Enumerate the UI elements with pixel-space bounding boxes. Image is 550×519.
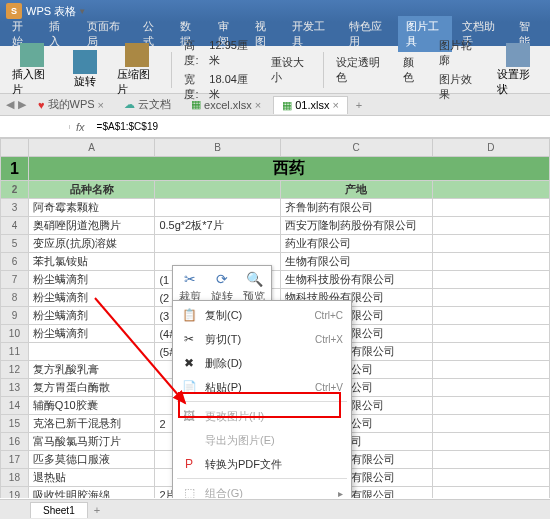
- ctx-to-pdf[interactable]: P转换为PDF文件: [173, 452, 351, 476]
- row-header[interactable]: 5: [1, 235, 29, 253]
- cell[interactable]: [432, 361, 549, 379]
- crop-button[interactable]: ✂裁剪: [179, 270, 201, 304]
- col-header[interactable]: B: [155, 139, 280, 157]
- cell[interactable]: 粉尘螨滴剂: [28, 271, 155, 289]
- cell[interactable]: 退热贴: [28, 469, 155, 487]
- row-header[interactable]: 7: [1, 271, 29, 289]
- add-tab-icon[interactable]: +: [356, 99, 362, 111]
- set-transparent-button[interactable]: 设定透明色: [332, 54, 391, 86]
- cell[interactable]: [432, 199, 549, 217]
- pic-border-button[interactable]: 图片轮廓: [435, 37, 483, 69]
- cell[interactable]: [432, 271, 549, 289]
- cell[interactable]: 生物有限公司: [280, 253, 432, 271]
- rotate-tool-button[interactable]: ⟳旋转: [211, 270, 233, 304]
- cell[interactable]: 阿奇霉素颗粒: [28, 199, 155, 217]
- cell[interactable]: [432, 253, 549, 271]
- row-header[interactable]: 8: [1, 289, 29, 307]
- cell[interactable]: 富马酸氯马斯汀片: [28, 433, 155, 451]
- color-button[interactable]: 颜色: [399, 54, 427, 86]
- menu-dev[interactable]: 开发工具: [284, 16, 339, 52]
- cell[interactable]: 药业有限公司: [280, 235, 432, 253]
- ctx-cut[interactable]: ✂剪切(T)Ctrl+X: [173, 327, 351, 351]
- nav-back-icon[interactable]: ◀: [6, 98, 14, 111]
- col-header[interactable]: C: [280, 139, 432, 157]
- cell[interactable]: 苯扎氯铵贴: [28, 253, 155, 271]
- cell[interactable]: 变应原(抗原)溶媒: [28, 235, 155, 253]
- cell[interactable]: 品种名称: [28, 181, 155, 199]
- cell[interactable]: 0.5g*2板*7片: [155, 217, 280, 235]
- insert-pic-button[interactable]: 插入图片: [6, 41, 59, 99]
- cell[interactable]: [432, 469, 549, 487]
- cell[interactable]: [432, 181, 549, 199]
- cell[interactable]: [432, 325, 549, 343]
- cell[interactable]: 克洛已新干混悬剂: [28, 415, 155, 433]
- tab-cloud[interactable]: ☁云文档: [116, 95, 179, 114]
- row-header[interactable]: 15: [1, 415, 29, 433]
- cell[interactable]: [432, 451, 549, 469]
- tab-file1[interactable]: ▦excel.xlsx×: [183, 96, 269, 113]
- cell[interactable]: [28, 343, 155, 361]
- row-header[interactable]: 3: [1, 199, 29, 217]
- reset-size-button[interactable]: 重设大小: [267, 54, 315, 86]
- fx-icon[interactable]: fx: [70, 121, 91, 133]
- row-header[interactable]: 13: [1, 379, 29, 397]
- compress-button[interactable]: 压缩图片: [111, 41, 164, 99]
- row-header[interactable]: 17: [1, 451, 29, 469]
- row-header[interactable]: 2: [1, 181, 29, 199]
- row-header[interactable]: 10: [1, 325, 29, 343]
- menu-special[interactable]: 特色应用: [341, 16, 396, 52]
- cell[interactable]: [432, 289, 549, 307]
- cell[interactable]: 齐鲁制药有限公司: [280, 199, 432, 217]
- cell[interactable]: [155, 199, 280, 217]
- chevron-down-icon[interactable]: ▼: [78, 7, 86, 16]
- row-header[interactable]: 9: [1, 307, 29, 325]
- cell[interactable]: [432, 415, 549, 433]
- preview-button[interactable]: 🔍预览: [243, 270, 265, 304]
- formula-input[interactable]: =$A$1:$C$19: [91, 119, 550, 134]
- row-header[interactable]: 19: [1, 487, 29, 499]
- ctx-copy[interactable]: 📋复制(C)Ctrl+C: [173, 303, 351, 327]
- cell[interactable]: 粉尘螨滴剂: [28, 325, 155, 343]
- col-header[interactable]: A: [28, 139, 155, 157]
- rotate-button[interactable]: 旋转: [67, 48, 103, 91]
- row-header[interactable]: 1: [1, 157, 29, 181]
- cell[interactable]: 西安万隆制药股份有限公司: [280, 217, 432, 235]
- cell[interactable]: 辅酶Q10胶囊: [28, 397, 155, 415]
- pic-effect-button[interactable]: 图片效果: [435, 71, 483, 103]
- cell[interactable]: [432, 487, 549, 499]
- cell[interactable]: 匹多莫德口服液: [28, 451, 155, 469]
- row-header[interactable]: 6: [1, 253, 29, 271]
- row-header[interactable]: 11: [1, 343, 29, 361]
- cell[interactable]: 粉尘螨滴剂: [28, 289, 155, 307]
- cell[interactable]: [432, 433, 549, 451]
- col-header[interactable]: D: [432, 139, 549, 157]
- cell[interactable]: 产地: [280, 181, 432, 199]
- cell[interactable]: [155, 181, 280, 199]
- name-box[interactable]: [0, 125, 70, 129]
- row-header[interactable]: 16: [1, 433, 29, 451]
- cell[interactable]: 生物科技股份有限公司: [280, 271, 432, 289]
- cell[interactable]: [155, 235, 280, 253]
- tab-file2[interactable]: ▦01.xlsx×: [273, 96, 348, 114]
- cell[interactable]: [432, 235, 549, 253]
- cell[interactable]: [432, 397, 549, 415]
- set-shape-button[interactable]: 设置形状: [491, 41, 544, 99]
- cell[interactable]: [432, 217, 549, 235]
- ctx-paste[interactable]: 📄粘贴(P)Ctrl+V: [173, 375, 351, 399]
- spreadsheet-grid[interactable]: ABCD1西药2品种名称产地3阿奇霉素颗粒齐鲁制药有限公司4奥硝唑阴道泡腾片0.…: [0, 138, 550, 498]
- cell[interactable]: 吸收性明胶海绵: [28, 487, 155, 499]
- cell[interactable]: 奥硝唑阴道泡腾片: [28, 217, 155, 235]
- cell[interactable]: 粉尘螨滴剂: [28, 307, 155, 325]
- cell[interactable]: [432, 343, 549, 361]
- cell[interactable]: [432, 307, 549, 325]
- cell[interactable]: 复方乳酸乳膏: [28, 361, 155, 379]
- row-header[interactable]: 4: [1, 217, 29, 235]
- nav-fwd-icon[interactable]: ▶: [18, 98, 26, 111]
- tab-mywps[interactable]: ♥我的WPS×: [30, 95, 112, 114]
- cell[interactable]: 复方胃蛋白酶散: [28, 379, 155, 397]
- height-field[interactable]: 高度:12.95厘米: [180, 37, 258, 69]
- row-header[interactable]: 12: [1, 361, 29, 379]
- cell[interactable]: [432, 379, 549, 397]
- ctx-delete[interactable]: ✖删除(D): [173, 351, 351, 375]
- add-sheet-icon[interactable]: +: [94, 504, 100, 516]
